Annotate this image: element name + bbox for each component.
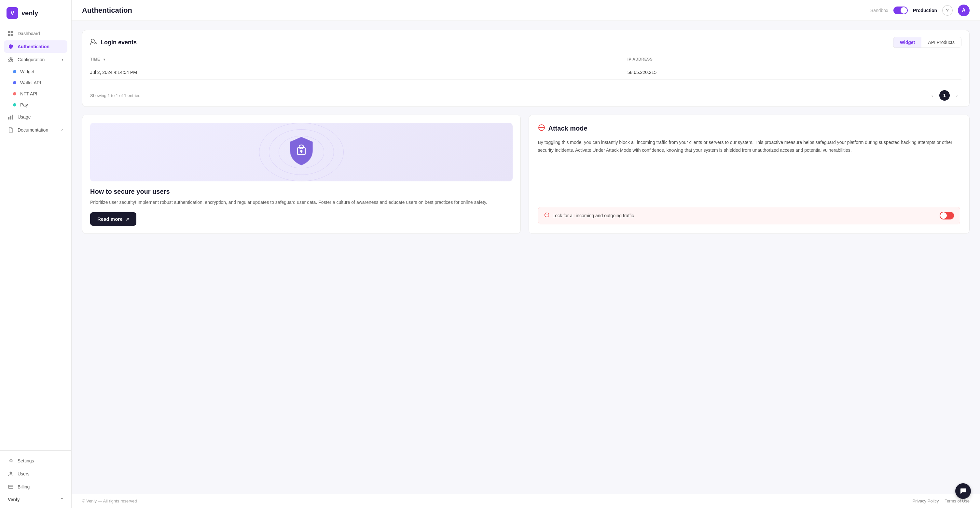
lock-label: Lock for all incoming and outgoing traff… xyxy=(553,213,634,218)
page-number-1[interactable]: 1 xyxy=(939,90,950,100)
sidebar-item-configuration[interactable]: Configuration ▾ xyxy=(4,53,67,66)
table-row: Jul 2, 2024 4:14:54 PM 58.65.220.215 xyxy=(90,65,961,80)
svg-point-16 xyxy=(91,39,94,42)
sidebar-item-usage[interactable]: Usage xyxy=(4,111,67,123)
page-footer: © Venly — All rights reserved Privacy Po… xyxy=(72,494,980,508)
copyright-text: © Venly — All rights reserved xyxy=(82,498,137,503)
sidebar-item-usage-label: Usage xyxy=(18,114,30,119)
user-icon xyxy=(8,471,14,477)
sidebar-item-dashboard-label: Dashboard xyxy=(18,31,40,36)
login-events-card: Login events Widget API Products TIME ▼ xyxy=(82,30,970,107)
avatar[interactable]: A xyxy=(958,5,970,16)
row-time: Jul 2, 2024 4:14:54 PM xyxy=(90,65,627,80)
sidebar-bottom-section: ⚙ Settings Users Billing Venly xyxy=(0,451,71,508)
svg-point-9 xyxy=(11,61,13,62)
sidebar-item-billing[interactable]: Billing xyxy=(4,481,67,493)
sliders-icon xyxy=(8,57,14,62)
chat-button[interactable] xyxy=(955,483,971,499)
svg-rect-12 xyxy=(12,115,13,119)
chevron-up-icon: ⌃ xyxy=(60,497,64,502)
sidebar-item-authentication[interactable]: Authentication xyxy=(4,40,67,53)
events-table: TIME ▼ IP ADDRESS Jul 2, 2024 4:14:54 PM… xyxy=(90,54,961,80)
tab-api-products[interactable]: API Products xyxy=(921,37,961,48)
table-footer: Showing 1 to 1 of 1 entries ‹ 1 › xyxy=(82,86,969,107)
production-label: Production xyxy=(913,8,937,13)
logo-text: venly xyxy=(21,10,38,17)
credit-card-icon xyxy=(8,484,14,490)
sidebar-sub-nav: Widget Wallet API NFT API Pay xyxy=(4,67,67,110)
tab-widget[interactable]: Widget xyxy=(893,37,922,48)
svg-point-7 xyxy=(11,57,13,59)
svg-rect-10 xyxy=(8,117,10,119)
help-button[interactable]: ? xyxy=(942,5,953,16)
external-link-icon: ↗ xyxy=(60,128,64,132)
page-body: Login events Widget API Products TIME ▼ xyxy=(72,21,980,494)
attack-mode-description: By toggling this mode, you can instantly… xyxy=(538,139,961,199)
sidebar-item-documentation[interactable]: Documentation ↗ xyxy=(4,124,67,136)
lock-toggle-row: Lock for all incoming and outgoing traff… xyxy=(538,207,961,225)
sidebar-item-pay[interactable]: Pay xyxy=(9,100,67,110)
bar-chart-icon xyxy=(8,114,14,120)
svg-point-13 xyxy=(10,472,12,474)
lock-traffic-toggle[interactable] xyxy=(940,212,954,220)
svg-rect-20 xyxy=(301,151,302,153)
gear-icon: ⚙ xyxy=(8,458,14,464)
attack-mode-title-text: Attack mode xyxy=(549,125,587,132)
sidebar-item-nft-api[interactable]: NFT API xyxy=(9,89,67,99)
sidebar-item-wallet-api-label: Wallet API xyxy=(20,80,41,85)
environment-toggle[interactable] xyxy=(893,6,908,14)
sidebar-item-nft-api-label: NFT API xyxy=(20,91,37,96)
sidebar-item-settings-label: Settings xyxy=(18,458,34,463)
sidebar-item-widget[interactable]: Widget xyxy=(9,67,67,77)
sidebar-footer-label: Venly xyxy=(8,497,20,502)
sidebar-item-users[interactable]: Users xyxy=(4,468,67,480)
svg-rect-3 xyxy=(11,34,13,36)
bottom-section: How to secure your users Prioritize user… xyxy=(82,115,970,234)
security-heading: How to secure your users xyxy=(90,188,512,195)
sidebar-item-dashboard[interactable]: Dashboard xyxy=(4,27,67,40)
sidebar-item-users-label: Users xyxy=(18,471,30,476)
svg-rect-1 xyxy=(11,31,13,33)
row-ip: 58.65.220.215 xyxy=(627,65,961,80)
svg-point-8 xyxy=(9,59,10,61)
security-card: How to secure your users Prioritize user… xyxy=(82,115,521,234)
page-next-button[interactable]: › xyxy=(952,91,961,100)
privacy-policy-link[interactable]: Privacy Policy xyxy=(913,498,939,503)
sidebar-item-authentication-label: Authentication xyxy=(18,44,49,49)
sidebar-logo[interactable]: V venly xyxy=(0,0,71,25)
sidebar-item-configuration-label: Configuration xyxy=(18,57,45,62)
sidebar-item-settings[interactable]: ⚙ Settings xyxy=(4,455,67,467)
pagination-info: Showing 1 to 1 of 1 entries xyxy=(90,93,140,98)
svg-rect-11 xyxy=(10,116,11,119)
sidebar-item-widget-label: Widget xyxy=(20,69,35,74)
attack-mode-card: Attack mode By toggling this mode, you c… xyxy=(528,115,970,234)
sidebar-item-documentation-label: Documentation xyxy=(18,127,48,132)
terms-of-use-link[interactable]: Terms of Use xyxy=(945,498,970,503)
page-header: Authentication Sandbox Production ? A xyxy=(72,0,980,21)
svg-rect-2 xyxy=(8,34,10,36)
login-events-title: Login events xyxy=(90,38,137,46)
events-table-wrapper: TIME ▼ IP ADDRESS Jul 2, 2024 4:14:54 PM… xyxy=(82,48,969,86)
login-events-title-text: Login events xyxy=(100,39,137,46)
lock-row-left: Lock for all incoming and outgoing traff… xyxy=(544,212,634,219)
shield-icon xyxy=(8,44,14,49)
page-prev-button[interactable]: ‹ xyxy=(928,91,937,100)
sidebar-item-wallet-api[interactable]: Wallet API xyxy=(9,78,67,88)
sidebar-footer[interactable]: Venly ⌃ xyxy=(4,494,67,505)
logo-icon: V xyxy=(6,7,18,19)
wallet-api-dot-icon xyxy=(13,81,16,84)
sidebar-item-billing-label: Billing xyxy=(18,484,30,489)
file-icon xyxy=(8,127,14,133)
sidebar-navigation: Dashboard Authentication xyxy=(0,25,71,451)
sidebar: V venly Dashboard Authentic xyxy=(0,0,72,508)
sandbox-label: Sandbox xyxy=(870,8,888,13)
pagination: ‹ 1 › xyxy=(928,90,961,100)
chevron-down-icon: ▾ xyxy=(62,57,64,62)
environment-toggle-wrapper xyxy=(893,6,908,14)
sort-arrow-icon: ▼ xyxy=(102,57,106,61)
read-more-button[interactable]: Read more ↗ xyxy=(90,212,136,226)
page-title: Authentication xyxy=(82,6,870,15)
shield-illustration xyxy=(287,135,316,169)
footer-links: Privacy Policy Terms of Use xyxy=(913,498,970,503)
security-image xyxy=(90,123,512,182)
